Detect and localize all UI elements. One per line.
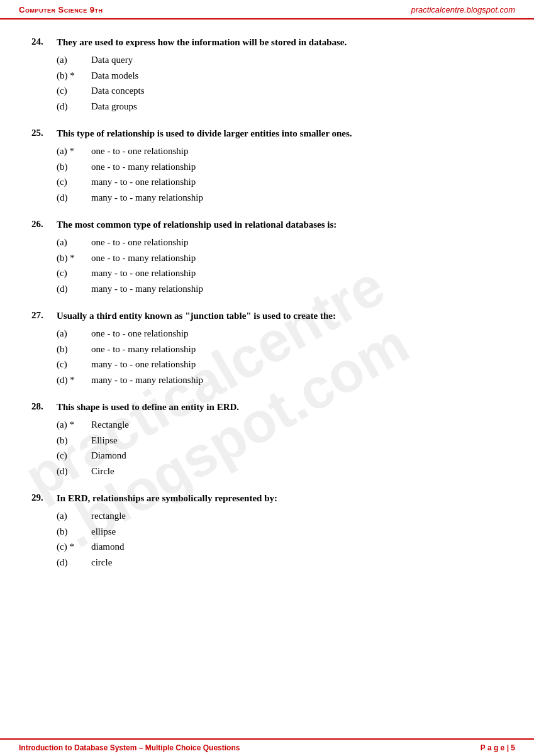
option-24-0: (a)Data query — [57, 53, 503, 67]
question-27: 27.Usually a third entity known as "junc… — [31, 309, 503, 387]
option-text-27-2: many - to - one relationship — [91, 357, 503, 372]
question-text-26: The most common type of relationship use… — [57, 218, 503, 231]
option-text-24-3: Data groups — [91, 99, 503, 114]
option-24-1: (b) *Data models — [57, 69, 503, 83]
option-label-24-2: (c) — [57, 84, 91, 98]
option-text-28-2: Diamond — [91, 448, 503, 463]
option-text-27-3: many - to - many relationship — [91, 373, 503, 387]
content-area: 24.They are used to express how the info… — [0, 30, 534, 633]
option-label-28-1: (b) — [57, 433, 91, 448]
option-label-29-1: (b) — [57, 525, 91, 539]
option-label-27-3: (d) * — [57, 373, 91, 387]
option-label-29-3: (d) — [57, 555, 91, 570]
option-label-26-3: (d) — [57, 282, 91, 296]
option-label-24-0: (a) — [57, 53, 91, 67]
option-label-29-2: (c) * — [57, 540, 91, 554]
header-title: Computer Science 9th — [19, 5, 103, 14]
question-text-27: Usually a third entity known as "junctio… — [57, 309, 503, 323]
option-label-28-0: (a) * — [57, 418, 91, 432]
option-28-0: (a) *Rectangle — [57, 418, 503, 432]
question-text-28: This shape is used to define an entity i… — [57, 401, 503, 414]
option-label-25-3: (d) — [57, 191, 91, 205]
question-number-27: 27. — [31, 309, 57, 321]
option-text-25-2: many - to - one relationship — [91, 175, 503, 189]
option-25-3: (d)many - to - many relationship — [57, 191, 503, 205]
question-26: 26.The most common type of relationship … — [31, 218, 503, 296]
option-text-29-0: rectangle — [91, 509, 503, 523]
option-text-27-0: one - to - one relationship — [91, 326, 503, 341]
option-29-1: (b)ellipse — [57, 525, 503, 539]
question-24: 24.They are used to express how the info… — [31, 36, 503, 113]
option-text-26-2: many - to - one relationship — [91, 266, 503, 281]
option-text-29-3: circle — [91, 555, 503, 570]
question-text-25: This type of relationship is used to div… — [57, 127, 503, 140]
option-25-0: (a) *one - to - one relationship — [57, 144, 503, 158]
option-text-25-1: one - to - many relationship — [91, 160, 503, 174]
option-text-29-1: ellipse — [91, 525, 503, 539]
option-text-29-2: diamond — [91, 540, 503, 554]
footer-page: P a g e | 5 — [481, 743, 515, 752]
option-label-28-3: (d) — [57, 464, 91, 479]
question-text-24: They are used to express how the informa… — [57, 36, 503, 49]
question-number-24: 24. — [31, 36, 57, 47]
option-27-3: (d) *many - to - many relationship — [57, 373, 503, 387]
question-number-28: 28. — [31, 401, 57, 412]
option-26-3: (d)many - to - many relationship — [57, 282, 503, 296]
option-text-24-2: Data concepts — [91, 84, 503, 98]
option-25-1: (b)one - to - many relationship — [57, 160, 503, 174]
option-29-0: (a)rectangle — [57, 509, 503, 523]
option-label-27-2: (c) — [57, 357, 91, 372]
option-text-28-1: Ellipse — [91, 433, 503, 448]
page-footer: Introduction to Database System – Multip… — [0, 738, 534, 756]
page-wrapper: practicalcentre.blogspot.com Computer Sc… — [0, 0, 534, 756]
page-header: Computer Science 9th practicalcentre.blo… — [0, 0, 534, 19]
option-text-26-3: many - to - many relationship — [91, 282, 503, 296]
option-text-26-0: one - to - one relationship — [91, 235, 503, 250]
option-text-25-3: many - to - many relationship — [91, 191, 503, 205]
option-text-24-0: Data query — [91, 53, 503, 67]
option-label-26-2: (c) — [57, 266, 91, 281]
question-number-25: 25. — [31, 127, 57, 138]
option-27-2: (c)many - to - one relationship — [57, 357, 503, 372]
option-24-3: (d)Data groups — [57, 99, 503, 114]
option-29-2: (c) *diamond — [57, 540, 503, 554]
option-label-27-0: (a) — [57, 326, 91, 341]
option-28-2: (c)Diamond — [57, 448, 503, 463]
option-text-26-1: one - to - many relationship — [91, 251, 503, 265]
option-label-27-1: (b) — [57, 342, 91, 357]
question-number-26: 26. — [31, 218, 57, 230]
option-label-25-0: (a) * — [57, 144, 91, 158]
question-number-29: 29. — [31, 492, 57, 503]
question-29: 29.In ERD, relationships are symbolicall… — [31, 492, 503, 569]
option-label-26-0: (a) — [57, 235, 91, 250]
option-28-1: (b)Ellipse — [57, 433, 503, 448]
option-24-2: (c)Data concepts — [57, 84, 503, 98]
option-label-25-1: (b) — [57, 160, 91, 174]
option-label-25-2: (c) — [57, 175, 91, 189]
option-26-2: (c)many - to - one relationship — [57, 266, 503, 281]
question-25: 25.This type of relationship is used to … — [31, 127, 503, 204]
option-text-25-0: one - to - one relationship — [91, 144, 503, 158]
option-27-1: (b)one - to - many relationship — [57, 342, 503, 357]
option-29-3: (d)circle — [57, 555, 503, 570]
option-text-27-1: one - to - many relationship — [91, 342, 503, 357]
option-text-28-3: Circle — [91, 464, 503, 479]
option-28-3: (d)Circle — [57, 464, 503, 479]
question-28: 28.This shape is used to define an entit… — [31, 401, 503, 478]
option-27-0: (a)one - to - one relationship — [57, 326, 503, 341]
option-label-26-1: (b) * — [57, 251, 91, 265]
option-text-24-1: Data models — [91, 69, 503, 83]
option-text-28-0: Rectangle — [91, 418, 503, 432]
option-25-2: (c)many - to - one relationship — [57, 175, 503, 189]
option-26-1: (b) *one - to - many relationship — [57, 251, 503, 265]
header-website: practicalcentre.blogspot.com — [411, 5, 515, 14]
option-label-29-0: (a) — [57, 509, 91, 523]
question-text-29: In ERD, relationships are symbolically r… — [57, 492, 503, 505]
option-label-24-3: (d) — [57, 99, 91, 114]
option-label-24-1: (b) * — [57, 69, 91, 83]
option-label-28-2: (c) — [57, 448, 91, 463]
option-26-0: (a)one - to - one relationship — [57, 235, 503, 250]
footer-title: Introduction to Database System – Multip… — [19, 743, 240, 752]
